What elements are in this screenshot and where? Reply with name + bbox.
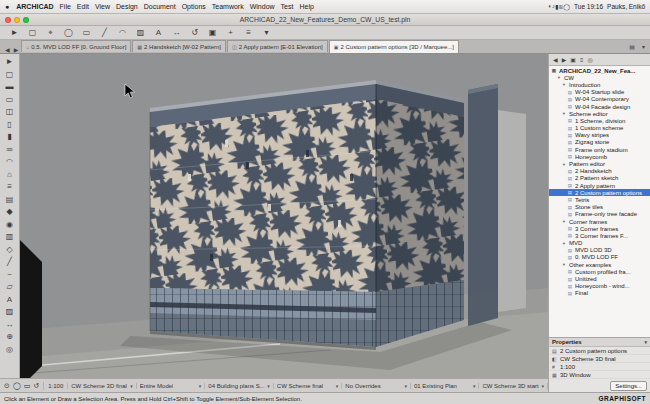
tab-list-icon[interactable]: ▤ xyxy=(627,43,637,50)
object-tool-icon[interactable]: ◆ xyxy=(6,206,12,219)
3d-viewport-canvas[interactable] xyxy=(20,54,548,378)
fullscreen-button[interactable] xyxy=(23,17,29,23)
navigator-tree-item[interactable]: ▤ 0. MVD LOD FF xyxy=(549,254,650,261)
orbit-icon[interactable]: ⊙ xyxy=(4,382,10,390)
zoom-icon[interactable]: ◯ xyxy=(13,382,21,390)
morph-tool-icon[interactable]: ◇ xyxy=(6,244,12,257)
shell-tool-icon[interactable]: ⌂ xyxy=(7,169,12,182)
navigator-tree-item[interactable]: ▾ Other examples xyxy=(549,261,650,268)
navigator-tree-item[interactable]: ▤ Wavy stripes xyxy=(549,132,650,139)
nav-back-icon[interactable]: ◀ xyxy=(553,56,558,63)
minimize-button[interactable] xyxy=(14,17,20,23)
polygon-tool-icon[interactable]: ▱ xyxy=(6,281,12,294)
fill-tool-icon[interactable]: ▨ xyxy=(6,306,14,319)
navigator-tree-item[interactable]: ▤ W-04 Startup slide xyxy=(549,89,650,96)
navigator-tree-item[interactable]: ▤ 1 Scheme, division xyxy=(549,117,650,124)
navigator-tree-item[interactable]: ▤ Honeycomb - wind... xyxy=(549,283,650,290)
window-tool-icon[interactable]: ▯ xyxy=(7,119,11,132)
tab-custom-pattern-options[interactable]: ▣ 2 Custom pattern options [3D / Marquee… xyxy=(329,40,459,53)
navigator-tree-item[interactable]: ▤ Frame-only tree facade xyxy=(549,211,650,218)
menu-document[interactable]: Document xyxy=(141,3,179,10)
menu-window[interactable]: Window xyxy=(247,3,278,10)
navigator-tree-item[interactable]: ▤ 2 Pattern sketch xyxy=(549,175,650,182)
close-button[interactable] xyxy=(5,17,11,23)
navigator-tree-item[interactable]: ▤ Custom profiled fra... xyxy=(549,268,650,275)
settings-button[interactable]: Settings... xyxy=(610,381,647,391)
line-tool-icon[interactable]: ╱ xyxy=(7,256,12,269)
property-row[interactable]: ◧ CW Scheme 3D final xyxy=(549,355,650,363)
navigator-tree-item[interactable]: ▤ W-04 Facade design xyxy=(549,103,650,110)
tab-ground-floor[interactable]: ⌂ 0.5. MVD LOD FF [0. Ground Floor] xyxy=(21,40,131,52)
navigator-tree-item[interactable]: ▤ 3 Corner frames xyxy=(549,225,650,232)
navigator-tree-item[interactable]: ▾ MVD xyxy=(549,240,650,247)
marquee-tool-icon[interactable]: ▢ xyxy=(6,69,14,82)
navigator-tree-item[interactable]: ▤ MVD LOD 3D xyxy=(549,247,650,254)
nav-list-icon[interactable]: ≡ xyxy=(580,57,584,63)
navigator-tree-item[interactable]: ▾ Corner frames xyxy=(549,218,650,225)
quick-options-filter[interactable]: Entire Model xyxy=(137,383,206,389)
tab-forward-icon[interactable]: ▶ xyxy=(12,46,21,53)
text-tool-icon[interactable]: A xyxy=(7,294,12,307)
zone-tool-icon[interactable]: ▥ xyxy=(6,231,14,244)
rotate-tool-icon[interactable]: ↺ xyxy=(188,26,201,39)
menu-design[interactable]: Design xyxy=(113,3,141,10)
lamp-tool-icon[interactable]: ◉ xyxy=(6,219,13,232)
quick-options-graphic-override[interactable]: No Overrides xyxy=(342,383,411,389)
previous-view-icon[interactable]: ↺ xyxy=(33,382,39,390)
wall-tool-icon[interactable]: ▭ xyxy=(80,26,93,39)
group-tool-icon[interactable]: ▣ xyxy=(206,26,219,39)
add-tool-icon[interactable]: + xyxy=(224,26,237,39)
navigator-tree-item[interactable]: ▤ Honeycomb xyxy=(549,153,650,160)
section-tool-icon[interactable]: ◎ xyxy=(6,344,13,357)
navigator-tree-item[interactable]: ▣ ARCHICAD_22_New_Fea... xyxy=(549,67,650,74)
camera-tool-icon[interactable]: ⊕ xyxy=(6,331,13,344)
navigator-tree-item[interactable]: ▤ 2 Custom pattern options xyxy=(549,189,650,196)
quick-options-view-settings[interactable]: CW Scheme 3D final xyxy=(68,383,137,389)
building-front-facade[interactable] xyxy=(150,84,376,350)
roof-tool-icon[interactable]: ◠ xyxy=(6,156,13,169)
apple-menu-icon[interactable]: ● xyxy=(5,3,9,10)
nav-pin-icon[interactable]: ◎ xyxy=(587,56,592,63)
fit-view-icon[interactable]: ▭ xyxy=(24,382,31,390)
navigator-tree-item[interactable]: ▤ Stone tiles xyxy=(549,204,650,211)
menu-options[interactable]: Options xyxy=(179,3,209,10)
wall-tool-icon[interactable]: ▬ xyxy=(6,81,14,94)
nav-forward-icon[interactable]: ▶ xyxy=(562,56,567,63)
properties-title[interactable]: Properties xyxy=(549,338,650,347)
adjacent-building[interactable] xyxy=(468,84,498,326)
3d-viewport[interactable] xyxy=(20,54,548,378)
tab-menu-icon[interactable]: ▾ xyxy=(640,43,647,50)
project-chooser-icon[interactable]: ▣ xyxy=(570,56,576,63)
property-row[interactable]: ▤ 2 Custom pattern options xyxy=(549,347,650,355)
tab-back-icon[interactable]: ◀ xyxy=(3,46,12,53)
layers-tool-icon[interactable]: ≡ xyxy=(242,26,255,39)
navigator-tree-item[interactable]: ▤ Zigzag stone xyxy=(549,139,650,146)
dimension-tool-icon[interactable]: ↔ xyxy=(170,26,183,39)
navigator-tree-item[interactable]: ▾ Introduction xyxy=(549,81,650,88)
menu-archicad[interactable]: ARCHICAD xyxy=(13,3,56,10)
stair-tool-icon[interactable]: ≡ xyxy=(7,181,12,194)
line-tool-icon[interactable]: ╱ xyxy=(98,26,111,39)
navigator-tree-item[interactable]: ▤ Final xyxy=(549,290,650,297)
more-tools-icon[interactable]: ▾ xyxy=(260,26,273,39)
building-side-facade[interactable] xyxy=(376,84,464,347)
beam-tool-icon[interactable]: ═ xyxy=(7,144,13,157)
zoom-level[interactable]: 1:100 xyxy=(44,383,68,389)
background-building[interactable] xyxy=(498,110,526,312)
mesh-tool-icon[interactable]: ▤ xyxy=(6,194,14,207)
zoom-tool-icon[interactable]: ◯ xyxy=(62,26,75,39)
column-tool-icon[interactable]: ▮ xyxy=(7,131,11,144)
menu-teamwork[interactable]: Teamwork xyxy=(209,3,247,10)
navigator-tree-item[interactable]: ▤ Unitized xyxy=(549,275,650,282)
navigator-tree-item[interactable]: ▤ Tetris xyxy=(549,196,650,203)
navigator-tree-item[interactable]: ▾ Pattern editor xyxy=(549,160,650,167)
building-model[interactable] xyxy=(150,80,464,350)
pick-tool-icon[interactable]: ⌖ xyxy=(44,26,57,39)
arrow-tool-icon[interactable]: ► xyxy=(8,26,21,39)
navigator-tree-item[interactable]: ▤ W-04 Contemporary xyxy=(549,96,650,103)
tab-handsketch[interactable]: ▦ 2 Handsketch [W-02 Pattern] xyxy=(132,40,226,52)
menu-help[interactable]: Help xyxy=(296,3,316,10)
spline-tool-icon[interactable]: ~ xyxy=(7,269,12,282)
navigator-tree-item[interactable]: ▤ Frame only stadium xyxy=(549,146,650,153)
quick-options-layer-combination[interactable]: 04 Building plans S... xyxy=(205,383,274,389)
